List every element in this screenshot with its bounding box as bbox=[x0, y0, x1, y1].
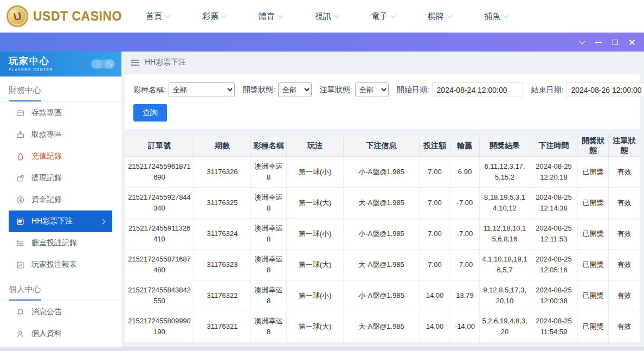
cell-bet-info: 小-A盤@1.985 bbox=[344, 280, 420, 311]
cell-order-no: 2152172455911326410 bbox=[125, 219, 194, 250]
cell-bet-info: 大-A盤@1.985 bbox=[344, 188, 420, 219]
sidebar-item-player-bet-report[interactable]: 玩家投注報表 bbox=[0, 254, 121, 276]
chevron-down-icon bbox=[165, 12, 171, 18]
nav-item-electronic[interactable]: 電子 bbox=[355, 0, 411, 33]
cell-order-status: 有效 bbox=[609, 157, 640, 188]
chevron-down-icon bbox=[391, 12, 396, 18]
cell-lottery-name: 澳洲幸运8 bbox=[251, 311, 287, 342]
cell-draw-result: 4,1,10,18,19,16,5,7 bbox=[480, 250, 530, 280]
cell-lottery-name: 澳洲幸运8 bbox=[251, 188, 287, 219]
column-header-lottery-name: 彩種名稱 bbox=[251, 135, 287, 157]
window-title-bar bbox=[0, 33, 644, 52]
end-date-input[interactable] bbox=[566, 82, 644, 97]
cell-win-loss: -14.00 bbox=[450, 311, 480, 342]
chevron-down-icon bbox=[222, 12, 227, 18]
column-header-bet-info: 下注信息 bbox=[344, 135, 420, 157]
table-row: 215217245584384255031176322澳洲幸运8第一球(小)小-… bbox=[125, 280, 640, 311]
cell-order-status: 有效 bbox=[609, 280, 640, 311]
cell-draw-status: 已開獎 bbox=[578, 219, 609, 250]
table-body: 215217245596187169031176326澳洲幸运8第一球(小)小-… bbox=[125, 157, 640, 342]
cell-win-loss: 6.90 bbox=[450, 157, 480, 188]
chevron-down-icon bbox=[278, 12, 284, 18]
page-title: HH彩票下注 bbox=[145, 58, 186, 67]
sidebar-item-label: 取款專區 bbox=[31, 130, 62, 139]
cell-bet-info: 大-A盤@1.985 bbox=[344, 250, 420, 280]
draw-status-label: 開獎狀態: bbox=[243, 85, 275, 95]
nav-item-lottery[interactable]: 彩票 bbox=[186, 0, 242, 33]
bets-table-card: 訂單號期數彩種名稱玩法下注信息投注額輸贏開獎結果下注時間開獎狀態注單狀態 215… bbox=[125, 135, 640, 342]
sidebar-item-funds-record[interactable]: 資金記錄 bbox=[0, 189, 121, 210]
maximize-icon[interactable] bbox=[613, 40, 618, 45]
start-date-label: 開始日期: bbox=[397, 85, 429, 95]
cell-bet-time: 2024-08-25 12:00:38 bbox=[530, 280, 578, 311]
cell-win-loss: -7.00 bbox=[450, 219, 480, 250]
lottery-bets-icon bbox=[16, 218, 24, 226]
sidebar-item-label: 玩家投注報表 bbox=[31, 260, 77, 270]
start-date-input[interactable] bbox=[432, 82, 523, 97]
close-icon[interactable] bbox=[629, 39, 635, 46]
table-row: 215217245592784434031176325澳洲幸运8第一球(大)大-… bbox=[125, 188, 640, 219]
bell-icon bbox=[16, 308, 24, 316]
order-status-select[interactable]: 全部 bbox=[355, 82, 389, 97]
cell-order-no: 2152172455871687480 bbox=[125, 250, 194, 280]
cell-play: 第一球(小) bbox=[287, 157, 344, 188]
cell-bet-amount: 14.00 bbox=[420, 311, 450, 342]
nav-item-sports[interactable]: 體育 bbox=[242, 0, 299, 33]
lottery-name-select[interactable]: 全部 bbox=[169, 82, 235, 97]
room-bet-record-icon bbox=[16, 239, 24, 247]
column-header-draw-status: 開獎狀態 bbox=[578, 135, 609, 157]
sidebar-section-title: 財務中心 bbox=[0, 76, 121, 102]
cell-order-status: 有效 bbox=[609, 311, 640, 342]
sidebar-sections: 財務中心存款專區取款專區充值記錄提現記錄資金記錄HH彩票下注廳室投註記錄玩家投注… bbox=[0, 76, 121, 344]
cell-bet-info: 小-A盤@1.985 bbox=[344, 219, 420, 250]
sidebar-item-label: HH彩票下注 bbox=[31, 216, 73, 226]
chevron-down-icon bbox=[504, 12, 509, 18]
sidebar-item-room-bet-record[interactable]: 廳室投註記錄 bbox=[0, 232, 121, 254]
sidebar-item-withdraw[interactable]: 取款專區 bbox=[0, 124, 121, 145]
nav-item-video[interactable]: 視訊 bbox=[299, 0, 355, 33]
collapse-chevron-icon[interactable] bbox=[579, 38, 585, 44]
sidebar-item-announcements[interactable]: 消息公告 bbox=[0, 301, 121, 323]
sidebar-item-label: 充值記錄 bbox=[31, 151, 62, 161]
cell-draw-status: 已開獎 bbox=[578, 157, 609, 188]
sidebar-item-label: 存款專區 bbox=[31, 108, 62, 118]
cell-play: 第一球(大) bbox=[287, 188, 344, 219]
cell-period: 31176323 bbox=[194, 250, 251, 280]
table-row: 215217245591132641031176324澳洲幸运8第一球(小)小-… bbox=[125, 219, 640, 250]
search-button[interactable]: 查詢 bbox=[133, 104, 167, 122]
cell-order-status: 有效 bbox=[609, 250, 640, 280]
nav-item-label: 首頁 bbox=[146, 11, 162, 22]
cell-bet-info: 小-A盤@1.985 bbox=[344, 157, 420, 188]
nav-item-fishing[interactable]: 捕魚 bbox=[468, 0, 524, 33]
sidebar-item-profile[interactable]: 個人資料 bbox=[0, 323, 121, 344]
bets-table: 訂單號期數彩種名稱玩法下注信息投注額輸贏開獎結果下注時間開獎狀態注單狀態 215… bbox=[125, 135, 640, 342]
cell-lottery-name: 澳洲幸运8 bbox=[251, 219, 287, 250]
column-header-bet-time: 下注時間 bbox=[530, 135, 578, 157]
cell-order-no: 2152172455843842550 bbox=[125, 280, 194, 311]
menu-toggle-icon[interactable] bbox=[131, 60, 139, 66]
sidebar-item-recharge-record[interactable]: 充值記錄 bbox=[0, 145, 121, 167]
cell-win-loss: 13.79 bbox=[450, 280, 480, 311]
cell-bet-amount: 7.00 bbox=[420, 188, 450, 219]
minimize-icon[interactable] bbox=[595, 42, 602, 43]
sidebar-item-deposit[interactable]: 存款專區 bbox=[0, 102, 121, 124]
site-logo[interactable]: U USDT CASINO bbox=[0, 5, 122, 27]
nav-item-label: 體育 bbox=[259, 11, 275, 22]
column-header-period: 期數 bbox=[194, 135, 251, 157]
sidebar-item-label: 廳室投註記錄 bbox=[31, 238, 77, 248]
cell-bet-time: 2024-08-25 12:11:53 bbox=[530, 219, 578, 250]
column-header-order-no: 訂單號 bbox=[125, 135, 194, 157]
gamepad-icon bbox=[89, 56, 117, 72]
sidebar-item-hh-lottery-bets[interactable]: HH彩票下注 bbox=[9, 210, 112, 232]
nav-item-label: 視訊 bbox=[315, 11, 331, 22]
horizontal-scrollbar[interactable] bbox=[0, 347, 644, 351]
sidebar-item-label: 個人資料 bbox=[31, 329, 62, 339]
sidebar-item-withdraw-record[interactable]: 提現記錄 bbox=[0, 167, 121, 189]
cell-order-no: 2152172455961871690 bbox=[125, 157, 194, 188]
nav-item-board-games[interactable]: 棋牌 bbox=[411, 0, 468, 33]
draw-status-select[interactable]: 全部 bbox=[278, 82, 312, 97]
nav-item-home[interactable]: 首頁 bbox=[130, 0, 186, 33]
filter-panel: 彩種名稱: 全部 開獎狀態: 全部 注單狀態: 全部 bbox=[125, 74, 640, 129]
cell-lottery-name: 澳洲幸运8 bbox=[251, 280, 287, 311]
cell-draw-status: 已開獎 bbox=[578, 188, 609, 219]
